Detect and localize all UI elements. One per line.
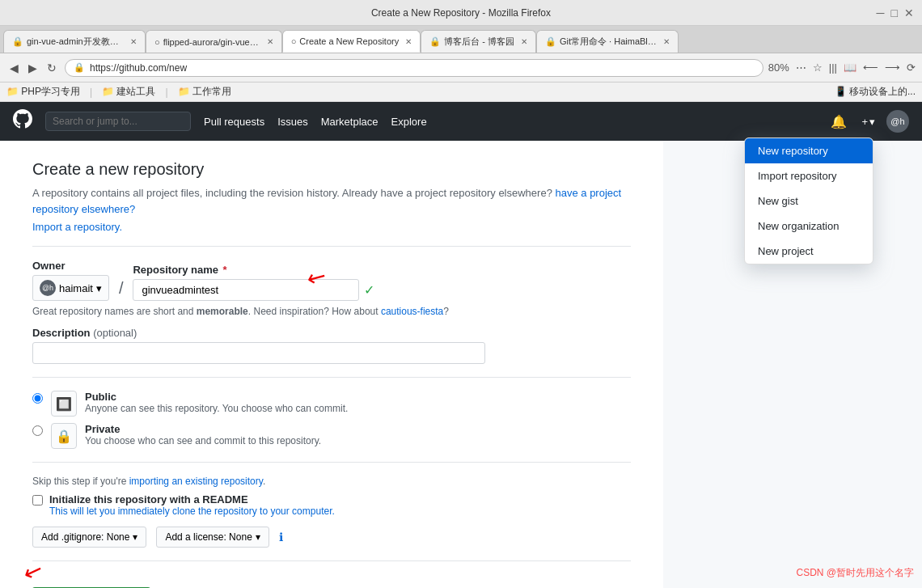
reader-icon[interactable]: ⋯ (796, 61, 806, 74)
nav-forward-icon[interactable]: ⟶ (885, 61, 900, 74)
suggestion-text: Great repository names are short and mem… (32, 306, 631, 317)
nav-explore[interactable]: Explore (391, 116, 427, 128)
sync-icon[interactable]: ⟳ (907, 61, 916, 74)
back-button[interactable]: ◀ (6, 60, 22, 76)
init-desc: This will let you immediately clone the … (49, 506, 335, 517)
importing-link[interactable]: importing an existing repository (129, 476, 263, 487)
tab-close-1[interactable]: ✕ (267, 37, 273, 46)
description-input[interactable] (32, 342, 485, 364)
init-label: Initialize this repository with a README (49, 493, 335, 506)
arrow-annotation-2: ↙ (20, 556, 47, 587)
license-chevron: ▾ (256, 531, 260, 543)
repo-name-group: Repository name * ✓ (133, 264, 374, 301)
import-link[interactable]: Import a repository. (32, 221, 122, 233)
dropdown-new-organization[interactable]: New organization (745, 214, 873, 239)
init-readme-row: Initialize this repository with a README… (32, 493, 631, 517)
tab-label-1: flipped-aurora/gin-vue-admi... (163, 37, 260, 47)
bookmarks-bar: 📁 PHP学习专用 | 📁 建站工具 | 📁 工作常用 📱 移动设备上的... (0, 82, 922, 102)
user-avatar[interactable]: @h (886, 110, 909, 133)
tab-close-0[interactable]: ✕ (130, 37, 137, 46)
nav-buttons: ◀ ▶ ↻ (6, 60, 60, 76)
tab-icon-3: 🔒 (429, 36, 441, 47)
sidebar-icon[interactable]: ||| (829, 61, 837, 74)
tab-0[interactable]: 🔒 gin-vue-admin开发教程 01安... ✕ (3, 30, 146, 53)
page-heading: Create a new repository (32, 160, 631, 179)
history-icon[interactable]: 📖 (844, 61, 856, 74)
create-button-area: ↙ Create repository (32, 574, 631, 588)
tab-label-0: gin-vue-admin开发教程 01安... (27, 36, 124, 48)
bookmark-work[interactable]: 📁 工作常用 (178, 85, 231, 99)
public-desc: Anyone can see this repository. You choo… (85, 403, 348, 414)
owner-label: Owner (32, 260, 109, 272)
init-readme-text: Initialize this repository with a README… (49, 493, 335, 517)
notifications-button[interactable]: 🔔 (827, 111, 850, 133)
window-controls: ─ □ ✕ (877, 6, 914, 19)
license-button[interactable]: Add a license: None ▾ (156, 527, 269, 548)
nav-back-icon[interactable]: ⟵ (863, 61, 878, 74)
private-desc: You choose who can see and commit to thi… (85, 435, 321, 446)
nav-pull-requests[interactable]: Pull requests (204, 116, 264, 128)
tab-icon-4: 🔒 (545, 36, 556, 47)
public-icon: 🔲 (51, 391, 77, 417)
dropdown-new-gist[interactable]: New gist (745, 188, 873, 214)
minimize-icon[interactable]: ─ (877, 6, 885, 19)
info-icon[interactable]: ℹ (279, 531, 283, 544)
gitignore-button[interactable]: Add .gitignore: None ▾ (32, 527, 146, 548)
address-bar[interactable]: 🔒 https://github.com/new (65, 59, 763, 77)
tab-4[interactable]: 🔒 Git常用命令 · HaimaBlog - 博... ✕ (536, 30, 679, 53)
close-icon[interactable]: ✕ (904, 6, 914, 19)
private-radio[interactable] (32, 425, 43, 436)
owner-avatar: @h (40, 280, 56, 296)
bookmark-tools[interactable]: 📁 建站工具 (102, 85, 155, 99)
bookmark-icon[interactable]: ☆ (813, 61, 823, 74)
new-item-button[interactable]: + ▾ (856, 112, 880, 131)
owner-value: haimait (59, 282, 93, 294)
restore-icon[interactable]: □ (891, 6, 898, 19)
bookmark-php[interactable]: 📁 PHP学习专用 (6, 85, 80, 99)
public-radio[interactable] (32, 393, 43, 404)
dropdown-new-project[interactable]: New project (745, 239, 873, 264)
tab-1[interactable]: ○ flipped-aurora/gin-vue-admi... ✕ (146, 30, 282, 53)
description-label: Description (optional) (32, 327, 631, 339)
tab-close-4[interactable]: ✕ (663, 37, 670, 46)
tab-icon-0: 🔒 (12, 36, 23, 47)
dropdown-new-repository[interactable]: New repository (745, 138, 873, 163)
reload-button[interactable]: ↻ (44, 60, 60, 76)
tab-3[interactable]: 🔒 博客后台 - 博客园 ✕ (421, 30, 536, 53)
owner-group: Owner @h haimait ▾ (32, 260, 109, 301)
valid-check-icon: ✓ (364, 282, 374, 298)
page-description: A repository contains all project files,… (32, 185, 631, 217)
skip-text: Skip this step if you're importing an ex… (32, 476, 631, 487)
plus-icon: + (861, 116, 868, 128)
form-divider-1 (32, 246, 631, 247)
tab-close-2[interactable]: ✕ (405, 37, 412, 46)
repo-name-input[interactable] (133, 279, 359, 301)
tab-label-3: 博客后台 - 博客园 (444, 36, 514, 48)
owner-select[interactable]: @h haimait ▾ (32, 275, 109, 301)
forward-button[interactable]: ▶ (25, 60, 40, 76)
tab-icon-1: ○ (154, 37, 160, 47)
github-navbar: Pull requests Issues Marketplace Explore… (0, 102, 922, 141)
separator-1: | (90, 87, 92, 98)
suggestion-link[interactable]: cautious-fiesta (381, 306, 443, 317)
owner-repo-row: Owner @h haimait ▾ / Repository name * ✓ (32, 260, 631, 301)
slash-separator: / (119, 279, 124, 301)
tab-label-4: Git常用命令 · HaimaBlog - 博... (560, 36, 657, 48)
dropdown-import-repository[interactable]: Import repository (745, 163, 873, 188)
search-input[interactable] (45, 112, 191, 131)
nav-issues[interactable]: Issues (277, 116, 308, 128)
separator-2: | (165, 87, 167, 98)
tab-close-3[interactable]: ✕ (521, 37, 527, 46)
form-divider-4 (32, 561, 631, 561)
nav-links: Pull requests Issues Marketplace Explore (204, 116, 427, 128)
watermark: CSDN @暂时先用这个名字 (796, 566, 914, 580)
public-option: 🔲 Public Anyone can see this repository.… (32, 391, 631, 417)
github-logo[interactable] (13, 109, 32, 133)
bookmark-mobile[interactable]: 📱 移动设备上的... (835, 85, 916, 99)
tab-2[interactable]: ○ Create a New Repository ✕ (282, 30, 421, 53)
required-mark: * (223, 264, 227, 276)
zoom-level: 80% (768, 61, 789, 74)
init-readme-checkbox[interactable] (32, 495, 43, 506)
nav-marketplace[interactable]: Marketplace (321, 116, 379, 128)
private-text: Private You choose who can see and commi… (85, 423, 321, 446)
